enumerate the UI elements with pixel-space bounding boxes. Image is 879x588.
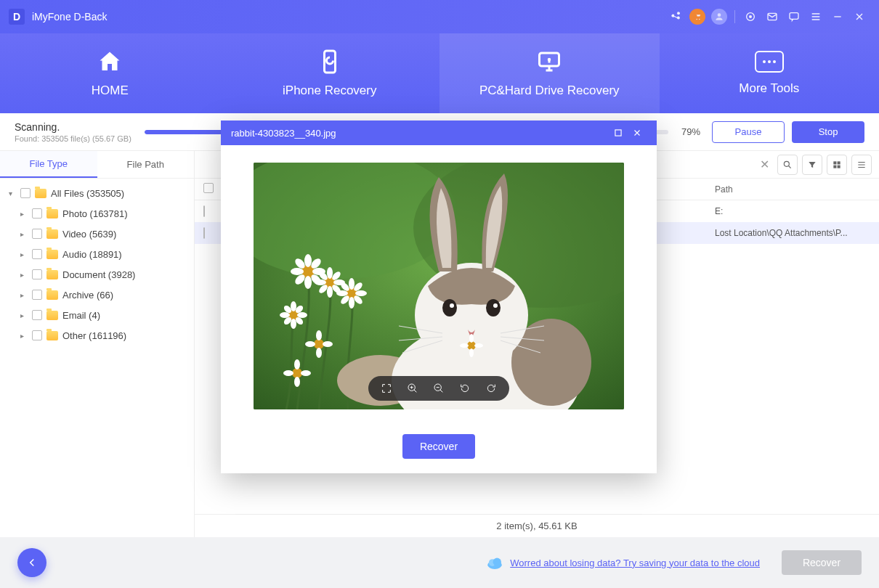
folder-icon — [46, 209, 58, 219]
tree-label: Document (3928) — [62, 269, 135, 280]
svg-point-31 — [327, 286, 333, 298]
svg-rect-16 — [615, 130, 621, 136]
back-button[interactable] — [17, 548, 46, 577]
checkbox[interactable] — [203, 227, 205, 239]
zoom-out-icon[interactable] — [431, 380, 447, 396]
folder-icon — [35, 189, 46, 198]
svg-point-63 — [294, 377, 300, 387]
svg-point-48 — [349, 278, 355, 290]
nav-more-tools[interactable]: More Tools — [660, 33, 880, 113]
checkbox[interactable] — [32, 290, 42, 300]
checkbox[interactable] — [32, 330, 42, 340]
svg-point-30 — [327, 267, 333, 279]
svg-point-51 — [355, 290, 367, 296]
preview-modal: rabbit-4303823__340.jpg — [221, 121, 657, 473]
mail-icon[interactable] — [761, 6, 783, 28]
svg-point-65 — [301, 370, 311, 376]
checkbox[interactable] — [32, 229, 42, 239]
nav-home-label: HOME — [92, 83, 129, 98]
tree-label: All Files (353505) — [51, 188, 124, 199]
checkbox[interactable] — [32, 269, 42, 279]
checkbox[interactable] — [20, 188, 31, 198]
nav-pc-recovery[interactable]: PC&Hard Drive Recovery — [440, 33, 660, 113]
stop-button[interactable]: Stop — [792, 121, 864, 143]
svg-point-60 — [323, 341, 333, 347]
cloud-backup-link[interactable]: Worred about losing data? Try saving you… — [510, 558, 760, 568]
svg-point-77 — [460, 343, 469, 348]
nav-iphone-recovery[interactable]: iPhone Recovery — [220, 33, 440, 113]
progress-percent: 79% — [681, 126, 700, 137]
tree-label: Archive (66) — [62, 290, 113, 301]
tree-node-all-files[interactable]: ▾ All Files (353505) — [0, 183, 194, 203]
grid-view-icon[interactable] — [827, 155, 847, 175]
minimize-icon[interactable] — [827, 6, 848, 28]
tree-node-audio[interactable]: ▸ Audio (18891) — [0, 244, 194, 264]
tree-node-other[interactable]: ▸ Other (161196) — [0, 325, 194, 346]
feedback-icon[interactable] — [783, 6, 805, 28]
tree-node-email[interactable]: ▸ Email (4) — [0, 305, 194, 325]
tree-node-document[interactable]: ▸ Document (3928) — [0, 264, 194, 285]
nav-home[interactable]: HOME — [0, 33, 220, 113]
checkbox[interactable] — [203, 205, 205, 217]
tree-label: Audio (18891) — [62, 249, 122, 260]
tree-node-photo[interactable]: ▸ Photo (163781) — [0, 203, 194, 224]
close-icon[interactable] — [628, 123, 647, 142]
checkbox[interactable] — [32, 208, 42, 219]
nav-more-label: More Tools — [739, 81, 799, 96]
menu-icon[interactable] — [805, 6, 827, 28]
svg-rect-4 — [790, 13, 798, 20]
sidebar: File Type File Path ▾ All Files (353505)… — [0, 151, 195, 537]
tree-node-video[interactable]: ▸ Video (5639) — [0, 224, 194, 244]
preview-image — [254, 163, 624, 409]
select-all-checkbox[interactable] — [203, 183, 214, 193]
svg-point-71 — [486, 299, 501, 317]
zoom-in-icon[interactable] — [405, 380, 421, 396]
recover-button[interactable]: Recover — [782, 550, 862, 575]
chevron-right-icon: ▸ — [20, 210, 28, 218]
chevron-right-icon: ▸ — [20, 271, 28, 279]
chevron-right-icon: ▸ — [20, 332, 28, 340]
tab-file-path[interactable]: File Path — [97, 151, 195, 178]
svg-point-22 — [304, 276, 312, 289]
rotate-left-icon[interactable] — [457, 380, 473, 396]
svg-point-50 — [336, 290, 348, 296]
maximize-icon[interactable] — [609, 123, 628, 142]
scan-status-title: Scanning. — [15, 121, 131, 133]
filter-icon[interactable] — [802, 155, 822, 175]
svg-point-76 — [469, 348, 474, 357]
svg-point-72 — [450, 303, 454, 308]
svg-point-57 — [316, 330, 322, 340]
tree-node-archive[interactable]: ▸ Archive (66) — [0, 285, 194, 305]
tree-label: Video (5639) — [62, 229, 116, 240]
svg-rect-10 — [838, 161, 840, 164]
share-icon[interactable] — [665, 6, 686, 28]
checkbox[interactable] — [32, 249, 42, 259]
svg-point-2 — [749, 15, 752, 18]
fullscreen-icon[interactable] — [378, 380, 394, 396]
rotate-right-icon[interactable] — [483, 380, 499, 396]
modal-recover-button[interactable]: Recover — [402, 434, 475, 459]
search-icon[interactable] — [777, 155, 798, 175]
chevron-down-icon: ▾ — [9, 189, 16, 197]
svg-point-32 — [315, 279, 326, 285]
app-title: iMyFone D-Back — [32, 11, 107, 23]
folder-icon — [46, 229, 58, 239]
checkbox[interactable] — [32, 310, 42, 320]
tab-file-type[interactable]: File Type — [0, 151, 97, 178]
clear-search-icon[interactable]: ✕ — [756, 156, 773, 173]
chevron-right-icon: ▸ — [20, 250, 28, 258]
close-icon[interactable] — [848, 6, 870, 28]
tree-label: Other (161196) — [62, 330, 126, 341]
svg-point-39 — [291, 301, 296, 311]
list-view-icon[interactable] — [851, 155, 872, 175]
image-toolbar — [368, 376, 509, 401]
bottom-bar: Worred about losing data? Try saving you… — [0, 537, 879, 588]
cart-icon[interactable] — [686, 6, 708, 28]
cloud-icon — [485, 555, 504, 570]
svg-point-73 — [493, 303, 498, 308]
settings-target-icon[interactable] — [740, 6, 761, 28]
avatar-icon[interactable] — [708, 6, 730, 28]
svg-rect-11 — [833, 165, 836, 168]
nav-pc-label: PC&Hard Drive Recovery — [479, 83, 620, 98]
pause-button[interactable]: Pause — [712, 121, 785, 143]
